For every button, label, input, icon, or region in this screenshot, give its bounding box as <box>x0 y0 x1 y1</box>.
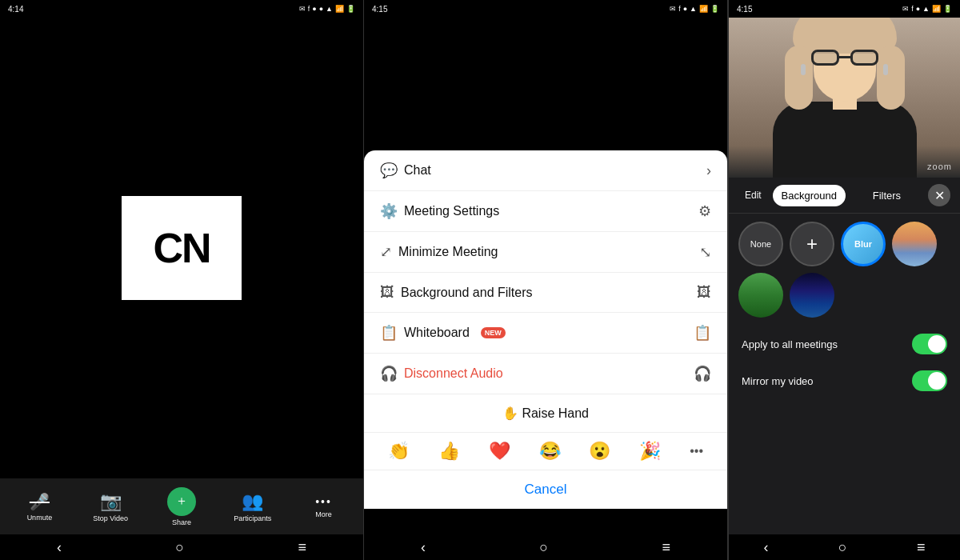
phone-3: 4:15 ✉ f ● ▲ 📶 🔋 <box>728 0 960 560</box>
apply-all-label: Apply to all meetings <box>742 338 838 350</box>
raise-hand-label: ✋ Raise Hand <box>502 406 589 420</box>
cn-avatar: CN <box>122 196 242 300</box>
participants-label: Participants <box>234 514 271 522</box>
background-options: None + Blur <box>729 214 960 326</box>
cancel-label: Cancel <box>525 482 567 497</box>
emoji-thumbsup[interactable]: 👍 <box>438 441 460 462</box>
emoji-row: 👏 👍 ❤️ 😂 😮 🎉 ••• <box>364 433 727 470</box>
tab-background[interactable]: Background <box>773 185 846 206</box>
stop-video-button[interactable]: 📷 Stop Video <box>90 491 130 522</box>
minimize-icon: ⤢ <box>380 243 392 261</box>
chat-label: Chat <box>404 163 431 178</box>
camera-icon: 📷 <box>100 491 122 512</box>
menu-item-minimize[interactable]: ⤢ Minimize Meeting ⤢ <box>364 232 727 273</box>
back-icon[interactable]: ‹ <box>57 539 62 556</box>
status-bar-2: 4:15 ✉ f ● ▲ 📶 🔋 <box>364 0 727 18</box>
video-area-1: CN <box>0 18 363 478</box>
new-badge: NEW <box>481 327 506 338</box>
emoji-wow[interactable]: 😮 <box>589 441 610 462</box>
mic-icon: 🎤 <box>30 492 50 511</box>
disconnect-label: Disconnect Audio <box>404 366 503 381</box>
stop-video-label: Stop Video <box>93 514 128 522</box>
bg-blur-option[interactable]: Blur <box>841 222 886 266</box>
whiteboard-label: Whiteboard <box>404 326 470 340</box>
home-icon-2[interactable]: ○ <box>539 539 548 556</box>
status-bar-1: 4:14 ✉ f ● ● ▲ 📶 🔋 <box>0 0 363 18</box>
edit-button[interactable]: Edit <box>738 186 768 204</box>
menu-icon-2[interactable]: ≡ <box>662 539 670 556</box>
share-button[interactable]: ＋ Share <box>162 487 202 526</box>
headphone-icon: 🎧 <box>694 365 711 382</box>
menu-item-disconnect-audio[interactable]: 🎧 Disconnect Audio 🎧 <box>364 354 727 394</box>
status-time-1: 4:14 <box>8 5 23 14</box>
more-button[interactable]: ••• More <box>304 495 344 518</box>
video-preview: zoom <box>729 18 960 178</box>
home-icon[interactable]: ○ <box>175 539 184 556</box>
menu-item-whiteboard[interactable]: 📋 Whiteboard NEW 📋 <box>364 313 727 354</box>
nav-bar-2: ‹ ○ ≡ <box>364 534 727 560</box>
phone2-main: 💬 Chat › ⚙️ Meeting Settings ⚙ ⤢ Minimiz… <box>364 18 727 534</box>
toolbar-1: 🎤 Unmute 📷 Stop Video ＋ Share 👥 Particip… <box>0 478 363 534</box>
back-icon-3[interactable]: ‹ <box>764 539 769 556</box>
mirror-video-label: Mirror my video <box>742 375 814 387</box>
nav-bar-3: ‹ ○ ≡ <box>729 534 960 560</box>
mirror-video-row: Mirror my video <box>729 362 960 399</box>
unmute-label: Unmute <box>27 514 53 522</box>
cn-initials: CN <box>153 224 210 272</box>
emoji-clap[interactable]: 👏 <box>388 441 410 462</box>
bg-space-option[interactable] <box>790 273 834 318</box>
add-icon: + <box>806 233 818 255</box>
menu-item-background[interactable]: 🖼 Background and Filters 🖼 <box>364 273 727 313</box>
emoji-more[interactable]: ••• <box>690 444 703 458</box>
more-menu-sheet: 💬 Chat › ⚙️ Meeting Settings ⚙ ⤢ Minimiz… <box>364 150 727 509</box>
participants-icon: 👥 <box>242 491 263 512</box>
share-icon: ＋ <box>167 487 196 516</box>
menu-item-meeting-settings[interactable]: ⚙️ Meeting Settings ⚙ <box>364 191 727 232</box>
bg-none-option[interactable]: None <box>738 222 783 266</box>
more-icon: ••• <box>315 495 332 508</box>
gear-icon: ⚙ <box>698 202 711 220</box>
bg-golden-gate-option[interactable] <box>892 222 937 266</box>
apply-all-toggle[interactable] <box>912 334 947 354</box>
chevron-icon: › <box>706 162 711 179</box>
background-right-icon: 🖼 <box>697 284 711 301</box>
background-icon: 🖼 <box>380 284 394 301</box>
disconnect-icon: 🎧 <box>380 365 398 382</box>
minimize-label: Minimize Meeting <box>398 245 498 259</box>
minimize-arrow-icon: ⤢ <box>697 246 714 258</box>
home-icon-3[interactable]: ○ <box>838 539 847 556</box>
filters-tabs-bar: Edit Background Filters ✕ <box>729 178 960 214</box>
blur-label: Blur <box>854 239 872 249</box>
emoji-heart[interactable]: ❤️ <box>489 441 510 462</box>
unmute-button[interactable]: 🎤 Unmute <box>19 492 59 522</box>
bg-add-option[interactable]: + <box>790 222 834 266</box>
participants-button[interactable]: 👥 Participants <box>233 491 273 522</box>
bg-nature-option[interactable] <box>738 273 783 318</box>
menu-icon-3[interactable]: ≡ <box>917 539 926 556</box>
none-label: None <box>750 239 771 249</box>
menu-icon[interactable]: ≡ <box>298 539 306 556</box>
menu-item-chat[interactable]: 💬 Chat › <box>364 150 727 191</box>
phone-1: 4:14 ✉ f ● ● ▲ 📶 🔋 CN 🎤 Unmute 📷 Stop Vi… <box>0 0 364 560</box>
filters-panel: Edit Background Filters ✕ None + Blur <box>729 178 960 534</box>
tab-filters[interactable]: Filters <box>850 185 923 206</box>
emoji-laugh[interactable]: 😂 <box>539 441 561 462</box>
apply-all-meetings-row: Apply to all meetings <box>729 326 960 362</box>
settings-icon: ⚙️ <box>380 202 398 220</box>
close-icon: ✕ <box>934 188 945 203</box>
zoom-watermark: zoom <box>927 162 952 171</box>
cancel-button[interactable]: Cancel <box>364 470 727 509</box>
share-label: Share <box>172 518 191 526</box>
back-icon-2[interactable]: ‹ <box>421 539 426 556</box>
whiteboard-right-icon: 📋 <box>694 324 711 342</box>
status-bar-3: 4:15 ✉ f ● ▲ 📶 🔋 <box>729 0 960 18</box>
whiteboard-icon: 📋 <box>380 324 398 342</box>
phone-2: 4:15 ✉ f ● ▲ 📶 🔋 💬 Chat › ⚙️ <box>364 0 728 560</box>
chat-icon: 💬 <box>380 162 398 179</box>
nav-bar-1: ‹ ○ ≡ <box>0 534 363 560</box>
mirror-video-toggle[interactable] <box>912 370 947 391</box>
raise-hand-row[interactable]: ✋ Raise Hand <box>364 394 727 433</box>
status-icons-1: ✉ f ● ● ▲ 📶 🔋 <box>299 5 355 13</box>
emoji-party[interactable]: 🎉 <box>639 441 661 462</box>
close-button[interactable]: ✕ <box>928 184 950 206</box>
